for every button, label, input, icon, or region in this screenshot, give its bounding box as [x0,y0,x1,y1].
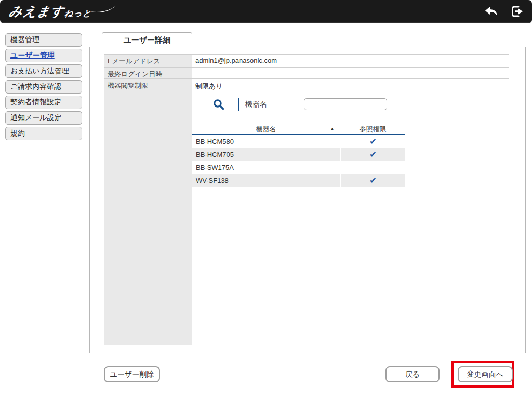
field-value-email: admin1@jp.panasonic.com [192,55,509,67]
sidebar-nav: 機器管理 ユーザー管理 お支払い方法管理 ご請求内容確認 契約者情報設定 通知メ… [5,33,82,140]
device-name-cell: BB-HCM705 [192,148,340,161]
field-value-restriction: 制限あり [192,79,509,91]
highlight-box: 変更画面へ [451,361,514,388]
top-header-bar: みえます ねっと [0,0,532,23]
logo-text-sub: ねっと [64,8,92,20]
device-table: 機器名 ▲ 参照権限 BB-HCM580 ✔ BB-HC [192,124,405,187]
table-row[interactable]: WV-SF138 ✔ [192,174,405,187]
detail-row-email: Eメールアドレス admin1@jp.panasonic.com [104,54,509,68]
restriction-area: 制限あり 機器名 [192,79,509,345]
app-logo: みえます ねっと [9,3,121,20]
device-name-cell: WV-SF138 [192,174,340,187]
search-icon[interactable] [212,98,225,111]
permission-check: ✔ [341,174,405,187]
permission-check [341,161,405,174]
sidebar-item-device-management[interactable]: 機器管理 [5,33,82,47]
logo-text-main: みえます [8,3,66,20]
device-name-input[interactable] [304,98,387,110]
sidebar-item-label: お支払い方法管理 [10,66,69,76]
sidebar-item-notification-mail[interactable]: 通知メール設定 [5,111,82,125]
to-change-screen-button[interactable]: 変更画面へ [458,366,513,382]
sidebar-item-label: 機器管理 [10,35,39,45]
permission-check: ✔ [341,148,405,161]
tab-label: ユーザー詳細 [124,35,171,45]
column-header-permission[interactable]: 参照権限 [340,124,405,134]
permission-check: ✔ [341,135,405,148]
header-actions [483,4,525,19]
page: みえます ねっと 機器管理 [0,0,532,399]
filter-label: 機器名 [245,100,267,109]
device-filter-bar: 機器名 [192,97,267,112]
column-label: 機器名 [256,125,276,134]
sidebar-item-terms[interactable]: 規約 [5,127,82,140]
sidebar-item-contractor-info[interactable]: 契約者情報設定 [5,96,82,109]
column-header-device-name[interactable]: 機器名 ▲ [192,124,340,134]
delete-user-button[interactable]: ユーザー削除 [104,366,160,382]
sidebar-item-label: 通知メール設定 [10,113,62,123]
logout-icon[interactable] [509,4,525,19]
sidebar-item-payment-method[interactable]: お支払い方法管理 [5,64,82,78]
back-icon[interactable] [483,4,499,19]
sidebar-item-label: ユーザー管理 [10,51,55,60]
sidebar-item-label: 契約者情報設定 [10,98,61,107]
table-row[interactable]: BB-HCM580 ✔ [192,135,405,148]
table-row[interactable]: BB-HCM705 ✔ [192,148,405,161]
sidebar-item-label: ご請求内容確認 [10,82,61,91]
detail-row-last-login: 最終ログイン日時 [104,68,509,79]
device-table-header: 機器名 ▲ 参照権限 [192,124,405,135]
filter-divider [238,98,239,111]
field-value-last-login [192,68,509,78]
field-label-last-login: 最終ログイン日時 [104,68,192,78]
sort-asc-icon[interactable]: ▲ [330,126,335,131]
sidebar-item-user-management[interactable]: ユーザー管理 [5,49,82,62]
field-label-email: Eメールアドレス [104,55,192,67]
back-button[interactable]: 戻る [385,366,440,382]
column-label: 参照権限 [360,125,387,134]
sidebar-item-billing[interactable]: ご請求内容確認 [5,80,82,94]
table-row[interactable]: BB-SW175A [192,161,405,174]
logo-swoosh-icon [90,3,119,17]
detail-row-restriction: 機器閲覧制限 制限あり 機器名 [104,79,509,345]
sidebar-item-label: 規約 [10,129,25,138]
user-detail-panel: Eメールアドレス admin1@jp.panasonic.com 最終ログイン日… [89,47,526,353]
field-label-restriction: 機器閲覧制限 [104,79,192,345]
device-name-cell: BB-HCM580 [192,135,340,148]
tab-user-detail[interactable]: ユーザー詳細 [102,32,192,47]
device-name-cell: BB-SW175A [192,161,340,174]
